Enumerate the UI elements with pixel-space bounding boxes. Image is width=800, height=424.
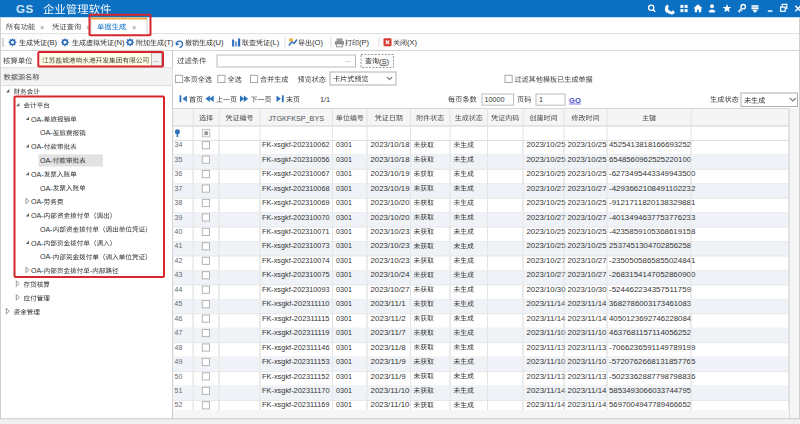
svg-text:46: 46 <box>175 315 183 322</box>
svg-text:4050123692746228084: 4050123692746228084 <box>609 314 691 323</box>
svg-text:40: 40 <box>175 228 183 235</box>
svg-text:2023/10/19: 2023/10/19 <box>371 184 410 193</box>
svg-text:0301: 0301 <box>336 299 352 308</box>
svg-text:44: 44 <box>175 286 183 293</box>
svg-text:37: 37 <box>175 185 183 192</box>
svg-text:FK-xsgkf-202310073: FK-xsgkf-202310073 <box>262 241 330 250</box>
svg-text:2023/11/14: 2023/11/14 <box>527 400 566 409</box>
svg-text:2023/10/25: 2023/10/25 <box>568 140 607 149</box>
svg-text:2023/10/27: 2023/10/27 <box>527 184 566 193</box>
svg-text:2023/10/27: 2023/10/27 <box>568 256 607 265</box>
svg-text:OA-: OA- <box>31 171 44 179</box>
svg-text:2023/11/13: 2023/11/13 <box>568 343 607 352</box>
svg-text:(N): (N) <box>114 38 125 47</box>
svg-text:OA-: OA- <box>31 198 44 206</box>
svg-text:2023/10/25: 2023/10/25 <box>568 241 607 250</box>
svg-text:FK-xsgkf-202311170: FK-xsgkf-202311170 <box>262 386 330 395</box>
svg-text:2023/11/10: 2023/11/10 <box>371 400 410 409</box>
svg-text:2023/10/27: 2023/10/27 <box>527 256 566 265</box>
svg-text:2023/10/25: 2023/10/25 <box>568 169 607 178</box>
svg-text:2023/10/27: 2023/10/27 <box>527 213 566 222</box>
svg-text:FK-xsgkf-202310056: FK-xsgkf-202310056 <box>262 155 330 164</box>
svg-text:45: 45 <box>175 300 183 307</box>
svg-text:-4235859105368619158: -4235859105368619158 <box>609 227 695 236</box>
svg-text:OA-: OA- <box>31 116 44 124</box>
svg-text:2023/11/14: 2023/11/14 <box>568 314 607 323</box>
svg-text:2023/10/27: 2023/10/27 <box>371 285 410 294</box>
svg-text:2023/10/30: 2023/10/30 <box>568 285 607 294</box>
svg-text:-6273495443349943500: -6273495443349943500 <box>609 169 695 178</box>
svg-text:0301: 0301 <box>336 198 352 207</box>
svg-text:-2350505865855024841: -2350505865855024841 <box>609 256 695 265</box>
svg-text:0301: 0301 <box>336 169 352 178</box>
svg-text:2023/10/27: 2023/10/27 <box>568 270 607 279</box>
svg-text:2023/10/27: 2023/10/27 <box>527 270 566 279</box>
svg-text:50: 50 <box>175 373 183 380</box>
svg-text:-5023362887798798836: -5023362887798798836 <box>609 372 695 381</box>
svg-text:0301: 0301 <box>336 400 352 409</box>
svg-text:2023/10/20: 2023/10/20 <box>371 213 410 222</box>
svg-text:0301: 0301 <box>336 328 352 337</box>
svg-text:(X): (X) <box>407 38 418 47</box>
svg-text:OA-: OA- <box>40 253 53 261</box>
svg-text:2023/11/10: 2023/11/10 <box>371 386 410 395</box>
svg-text:2023/11/13: 2023/11/13 <box>527 343 566 352</box>
svg-text:4525413818166693252: 4525413818166693252 <box>609 140 691 149</box>
svg-text:2023/10/25: 2023/10/25 <box>568 198 607 207</box>
svg-text:-5720762668131857765: -5720762668131857765 <box>609 357 695 366</box>
svg-text:49: 49 <box>175 358 183 365</box>
svg-text:5853493066033744795: 5853493066033744795 <box>609 386 691 395</box>
svg-text:2023/10/27: 2023/10/27 <box>568 184 607 193</box>
svg-text:2023/10/25: 2023/10/25 <box>527 140 566 149</box>
svg-text:2023/11/13: 2023/11/13 <box>568 372 607 381</box>
svg-text:0301: 0301 <box>336 372 352 381</box>
svg-text:(B): (B) <box>47 38 58 47</box>
svg-text:2023/10/25: 2023/10/25 <box>527 169 566 178</box>
svg-text:2023/11/10: 2023/11/10 <box>568 357 607 366</box>
svg-text:(P): (P) <box>359 38 370 47</box>
svg-text:FK-xsgkf-202310069: FK-xsgkf-202310069 <box>262 198 330 207</box>
svg-text:(L): (L) <box>270 38 280 47</box>
svg-text:2023/11/2: 2023/11/2 <box>371 314 406 323</box>
svg-text:10000: 10000 <box>485 95 505 104</box>
svg-text:2023/11/10: 2023/11/10 <box>568 328 607 337</box>
svg-text:OA-: OA- <box>31 143 44 151</box>
svg-text:FK-xsgkf-202311152: FK-xsgkf-202311152 <box>262 372 330 381</box>
svg-text:6548560962525220100: 6548560962525220100 <box>609 155 691 164</box>
svg-text:1: 1 <box>539 95 543 104</box>
svg-text:-7066236591149789199: -7066236591149789199 <box>609 343 695 352</box>
svg-text:FK-xsgkf-202310074: FK-xsgkf-202310074 <box>262 256 330 265</box>
svg-text:GO: GO <box>569 96 581 105</box>
svg-text:0301: 0301 <box>336 285 352 294</box>
svg-text:35: 35 <box>175 156 183 163</box>
svg-text:2023/10/20: 2023/10/20 <box>371 198 410 207</box>
svg-text:2023/11/1: 2023/11/1 <box>371 299 406 308</box>
svg-text:2023/10/19: 2023/10/19 <box>371 169 410 178</box>
svg-text:OA-: OA- <box>31 240 44 248</box>
svg-text:5697004947789466652: 5697004947789466652 <box>609 400 691 409</box>
svg-text:36: 36 <box>175 170 183 177</box>
svg-text:(U): (U) <box>213 38 224 47</box>
svg-text:42: 42 <box>175 257 183 264</box>
svg-text:OA-: OA- <box>40 226 53 234</box>
svg-text:2023/10/24: 2023/10/24 <box>371 270 410 279</box>
svg-text:2023/11/8: 2023/11/8 <box>371 343 406 352</box>
svg-text:2023/11/14: 2023/11/14 <box>527 299 566 308</box>
svg-text:2023/10/18: 2023/10/18 <box>371 155 410 164</box>
svg-text:2023/10/25: 2023/10/25 <box>527 241 566 250</box>
svg-text:2023/10/25: 2023/10/25 <box>527 227 566 236</box>
svg-text:2023/10/23: 2023/10/23 <box>371 241 410 250</box>
svg-text:OA-: OA- <box>40 185 53 193</box>
svg-text:(O): (O) <box>312 38 323 47</box>
svg-text:GS: GS <box>16 3 34 15</box>
svg-text:×: × <box>132 23 136 32</box>
svg-text:38: 38 <box>175 199 183 206</box>
svg-text:3682786003173461083: 3682786003173461083 <box>609 299 691 308</box>
svg-text:FK-xsgkf-202311110: FK-xsgkf-202311110 <box>262 299 330 308</box>
svg-text:FK-xsgkf-202311169: FK-xsgkf-202311169 <box>262 400 330 409</box>
svg-text:OA-: OA- <box>31 267 44 275</box>
svg-text:2023/11/10: 2023/11/10 <box>527 357 566 366</box>
svg-text:0301: 0301 <box>336 140 352 149</box>
svg-text:OA-: OA- <box>40 129 53 137</box>
svg-text:2023/10/23: 2023/10/23 <box>371 227 410 236</box>
